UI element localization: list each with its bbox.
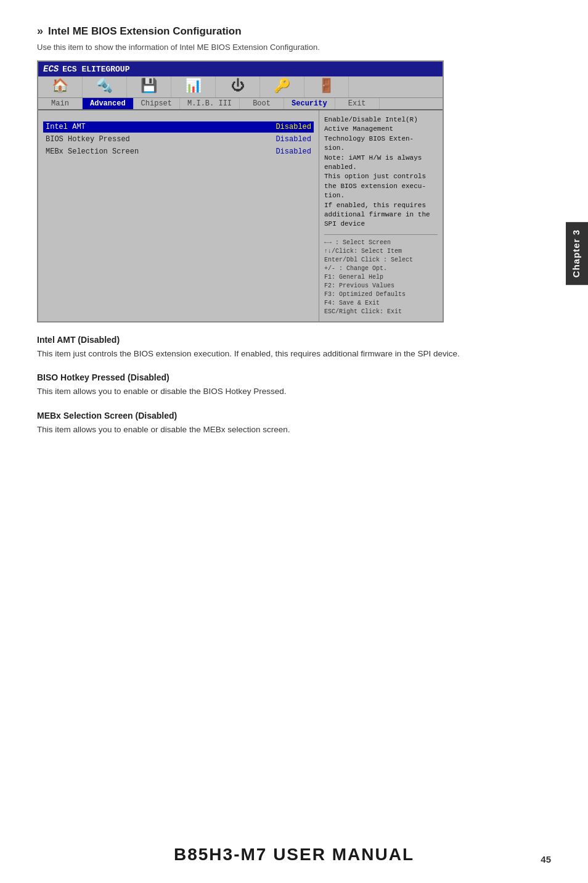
bios-header: ECS ECS ELITEGROUP bbox=[38, 62, 443, 76]
home-icon: 🏠 bbox=[52, 80, 68, 94]
ecs-logo: ECS bbox=[43, 64, 59, 74]
bios-nav-icons: 🏠 🔩 💾 📊 ⏻ 🔑 🚪 bbox=[38, 76, 443, 98]
nav-icon-advanced[interactable]: 🔩 bbox=[83, 76, 127, 97]
bios-item-mebx-label: MEBx Selection Screen bbox=[46, 147, 139, 156]
desc-section-3: MEBx Selection Screen (Disabled) This it… bbox=[37, 411, 551, 437]
tab-boot[interactable]: Boot bbox=[240, 98, 284, 109]
chip-icon: 💾 bbox=[141, 80, 157, 94]
section-title-text: Intel ME BIOS Extension Configuration bbox=[48, 25, 242, 38]
nav-icon-chipset[interactable]: 💾 bbox=[127, 76, 171, 97]
exit-icon: 🚪 bbox=[318, 80, 335, 94]
tab-mib[interactable]: M.I.B. III bbox=[180, 98, 240, 109]
desc-section-1: Intel AMT (Disabled) This item just cont… bbox=[37, 335, 551, 361]
desc-body-2: This item allows you to enable or disabl… bbox=[37, 385, 551, 398]
bios-item-bios-hotkey-label: BIOS Hotkey Pressed bbox=[46, 135, 130, 144]
bios-nav-tabs: Main Advanced Chipset M.I.B. III Boot Se… bbox=[38, 98, 443, 110]
bios-item-bios-hotkey-value: Disabled bbox=[276, 135, 311, 144]
tab-exit[interactable]: Exit bbox=[335, 98, 380, 109]
desc-body-1: This item just controls the BIOS extensi… bbox=[37, 347, 551, 361]
desc-section-2: BISO Hotkey Pressed (Disabled) This item… bbox=[37, 372, 551, 398]
desc-title-2: BISO Hotkey Pressed (Disabled) bbox=[37, 372, 551, 382]
tab-security[interactable]: Security bbox=[284, 98, 335, 109]
desc-body-3: This item allows you to enable or disabl… bbox=[37, 423, 551, 437]
bios-ui-box: ECS ECS ELITEGROUP 🏠 🔩 💾 📊 ⏻ 🔑 bbox=[37, 60, 444, 322]
nav-icon-boot[interactable]: ⏻ bbox=[216, 76, 260, 97]
bios-item-intel-amt-value: Disabled bbox=[276, 123, 311, 131]
bios-body: Intel AMT Disabled BIOS Hotkey Pressed D… bbox=[38, 110, 443, 321]
nav-icon-mib[interactable]: 📊 bbox=[171, 76, 216, 97]
bios-item-mebx-value: Disabled bbox=[276, 147, 311, 156]
page-number: 45 bbox=[541, 854, 551, 865]
bios-right-panel: Enable/Disable Intel(R) Active Managemen… bbox=[319, 110, 443, 321]
bios-item-intel-amt[interactable]: Intel AMT Disabled bbox=[43, 121, 314, 133]
section-subtitle: Use this item to show the information of… bbox=[37, 43, 551, 52]
tab-advanced[interactable]: Advanced bbox=[83, 98, 134, 109]
desc-title-3: MEBx Selection Screen (Disabled) bbox=[37, 411, 551, 421]
bios-left-panel: Intel AMT Disabled BIOS Hotkey Pressed D… bbox=[38, 110, 319, 321]
footer-title: B85H3-M7 USER MANUAL bbox=[0, 845, 588, 865]
page-footer: B85H3-M7 USER MANUAL bbox=[0, 845, 588, 865]
desc-title-1: Intel AMT (Disabled) bbox=[37, 335, 551, 345]
bios-item-bios-hotkey[interactable]: BIOS Hotkey Pressed Disabled bbox=[43, 134, 314, 145]
bios-nav-help: ←→ : Select Screen ↑↓/Click: Select Item… bbox=[324, 234, 438, 316]
nav-icon-main[interactable]: 🏠 bbox=[38, 76, 83, 97]
tab-chipset[interactable]: Chipset bbox=[134, 98, 180, 109]
nav-icon-security[interactable]: 🔑 bbox=[260, 76, 304, 97]
bios-help-text: Enable/Disable Intel(R) Active Managemen… bbox=[324, 115, 438, 229]
nav-icon-exit[interactable]: 🚪 bbox=[304, 76, 349, 97]
bios-item-mebx[interactable]: MEBx Selection Screen Disabled bbox=[43, 146, 314, 157]
bios-item-intel-amt-label: Intel AMT bbox=[46, 123, 86, 131]
key-icon: 🔑 bbox=[274, 80, 290, 94]
chart-icon: 📊 bbox=[185, 80, 202, 94]
power-icon: ⏻ bbox=[231, 80, 245, 94]
bios-brand-text: ECS ELITEGROUP bbox=[62, 65, 129, 74]
chevron-icon: » bbox=[37, 25, 43, 38]
tab-main[interactable]: Main bbox=[38, 98, 83, 109]
tool-icon: 🔩 bbox=[96, 80, 113, 94]
chapter-sidebar: Chapter 3 bbox=[566, 222, 588, 285]
section-title: » Intel ME BIOS Extension Configuration bbox=[37, 25, 551, 38]
